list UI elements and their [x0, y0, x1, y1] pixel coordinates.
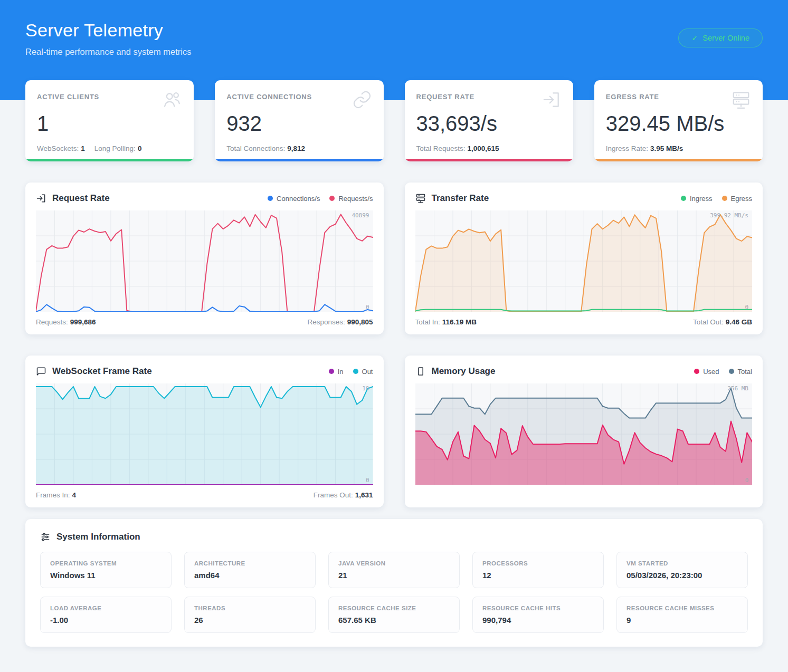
accent-bar — [594, 159, 763, 161]
chart-footer: Frames In:4 Frames Out:1,631 — [36, 491, 373, 499]
legend-dot — [729, 369, 734, 374]
chart-title-request-rate: Request Rate — [36, 193, 110, 204]
system-information-card: System Information OPERATING SYSTEM Wind… — [25, 519, 763, 647]
chart-plot-memory-usage[interactable]: 256 MB 0 — [415, 383, 753, 485]
stat-card-egress-rate: EGRESS RATE 329.45 MB/s Ingress Rate:3.9… — [594, 80, 763, 161]
stat-card-active-connections: ACTIVE CONNECTIONS 932 Total Connections… — [215, 80, 383, 161]
chart-plot-request-rate[interactable]: 40899 0 — [36, 210, 373, 312]
stat-value: 932 — [226, 112, 372, 135]
y-axis-max-label: 40899 — [352, 212, 369, 219]
legend: In Out — [329, 368, 373, 376]
accent-bar — [405, 159, 573, 161]
chart-footer: Requests:999,686 Responses:990,805 — [36, 318, 373, 326]
chart-footer: Total In:116.19 MB Total Out:9.46 GB — [415, 318, 753, 326]
server-icon — [731, 90, 751, 112]
legend-item-connections[interactable]: Connections/s — [268, 195, 320, 203]
chart-title-transfer-rate: Transfer Rate — [415, 193, 489, 204]
stat-value: 1 — [37, 112, 182, 135]
stat-details: Total Requests:1,000,615 — [416, 145, 499, 152]
y-axis-min-label: 0 — [366, 304, 369, 311]
legend-dot — [722, 196, 727, 201]
accent-bar — [25, 159, 194, 161]
stat-details: WebSockets:1 Long Polling:0 — [37, 145, 141, 152]
legend-dot — [329, 196, 335, 201]
page-bottom-spacer — [0, 647, 788, 667]
sys-field-threads: THREADS 26 — [184, 597, 316, 633]
memory-icon — [415, 366, 426, 377]
legend: Used Total — [694, 368, 752, 376]
sys-field-vm-started: VM STARTED 05/03/2026, 20:23:00 — [616, 552, 748, 588]
chart-plot-transfer-rate[interactable]: 399.92 MB/s 0 — [415, 210, 753, 312]
stat-detail: Ingress Rate:3.95 MB/s — [606, 145, 683, 152]
footer-stat-right: Total Out:9.46 GB — [693, 318, 752, 326]
legend: Ingress Egress — [681, 195, 752, 203]
footer-stat-left: Frames In:4 — [36, 491, 76, 499]
link-icon — [352, 90, 372, 112]
stat-title: ACTIVE CLIENTS — [37, 90, 99, 101]
chat-bubble-icon — [36, 366, 46, 377]
sys-field-resource-cache-misses: RESOURCE CACHE MISSES 9 — [616, 597, 748, 633]
chart-card-memory-usage: Memory Usage Used Total 256 MB 0 — [405, 356, 763, 507]
legend-dot — [268, 196, 273, 201]
system-info-grid: OPERATING SYSTEM Windows 11 ARCHITECTURE… — [40, 552, 748, 633]
stat-cards-row: ACTIVE CLIENTS 1 WebSockets:1 Long Polli… — [0, 80, 788, 161]
chart-title-memory-usage: Memory Usage — [415, 366, 496, 377]
status-badge-label: Server Online — [702, 34, 749, 42]
footer-stat-left: Total In:116.19 MB — [415, 318, 477, 326]
sys-field-java-version: JAVA VERSION 21 — [328, 552, 460, 588]
footer-stat-right: Frames Out:1,631 — [314, 491, 373, 499]
chart-card-websocket-frame-rate: WebSocket Frame Rate In Out 10 0 Frames … — [25, 356, 384, 507]
stat-detail: Total Requests:1,000,615 — [416, 145, 499, 152]
legend-item-out[interactable]: Out — [353, 368, 373, 376]
legend-dot — [353, 369, 358, 374]
stat-value: 329.45 MB/s — [606, 112, 751, 135]
login-arrow-icon — [542, 90, 562, 112]
sliders-icon — [40, 532, 51, 542]
legend-dot — [694, 369, 699, 374]
page-title: Server Telemetry — [25, 20, 192, 41]
stat-value: 33,693/s — [416, 112, 562, 135]
y-axis-min-label: 0 — [366, 477, 369, 484]
y-axis-max-label: 399.92 MB/s — [710, 212, 748, 219]
y-axis-max-label: 256 MB — [727, 385, 748, 392]
page-subtitle: Real-time performance and system metrics — [25, 47, 192, 57]
sys-field-resource-cache-size: RESOURCE CACHE SIZE 657.65 KB — [328, 597, 460, 633]
stat-detail: WebSockets:1 — [37, 145, 85, 152]
legend-item-used[interactable]: Used — [694, 368, 719, 376]
stat-title: REQUEST RATE — [416, 90, 474, 101]
users-icon — [162, 90, 182, 112]
stat-detail: Total Connections:9,812 — [226, 145, 305, 152]
stat-details: Ingress Rate:3.95 MB/s — [606, 145, 683, 152]
legend-item-ingress[interactable]: Ingress — [681, 195, 713, 203]
stat-title: ACTIVE CONNECTIONS — [226, 90, 312, 101]
y-axis-max-label: 10 — [362, 385, 369, 392]
legend-item-in[interactable]: In — [329, 368, 344, 376]
accent-bar — [215, 159, 383, 161]
stat-details: Total Connections:9,812 — [226, 145, 305, 152]
y-axis-min-label: 0 — [745, 304, 748, 311]
sys-field-architecture: ARCHITECTURE amd64 — [184, 552, 316, 588]
legend: Connections/s Requests/s — [268, 195, 373, 203]
check-icon: ✓ — [691, 34, 698, 42]
legend-dot — [329, 369, 334, 374]
legend-item-total[interactable]: Total — [729, 368, 752, 376]
login-arrow-icon — [36, 193, 46, 204]
legend-dot — [681, 196, 686, 201]
status-badge: ✓ Server Online — [678, 28, 763, 47]
sys-field-processors: PROCESSORS 12 — [472, 552, 604, 588]
sys-field-operating-system: OPERATING SYSTEM Windows 11 — [40, 552, 172, 588]
footer-stat-right: Responses:990,805 — [307, 318, 373, 326]
system-information-title: System Information — [40, 532, 748, 542]
chart-card-request-rate: Request Rate Connections/s Requests/s 40… — [25, 183, 384, 334]
stat-card-active-clients: ACTIVE CLIENTS 1 WebSockets:1 Long Polli… — [25, 80, 194, 161]
chart-card-transfer-rate: Transfer Rate Ingress Egress 399.92 MB/s… — [405, 183, 763, 334]
header-text: Server Telemetry Real-time performance a… — [25, 20, 192, 57]
chart-title-websocket-frame-rate: WebSocket Frame Rate — [36, 366, 152, 377]
legend-item-requests[interactable]: Requests/s — [329, 195, 373, 203]
sys-field-load-average: LOAD AVERAGE -1.00 — [40, 597, 172, 633]
chart-plot-websocket-frame-rate[interactable]: 10 0 — [36, 383, 373, 485]
stat-card-request-rate: REQUEST RATE 33,693/s Total Requests:1,0… — [405, 80, 573, 161]
stat-title: EGRESS RATE — [606, 90, 659, 101]
footer-stat-left: Requests:999,686 — [36, 318, 96, 326]
legend-item-egress[interactable]: Egress — [722, 195, 752, 203]
